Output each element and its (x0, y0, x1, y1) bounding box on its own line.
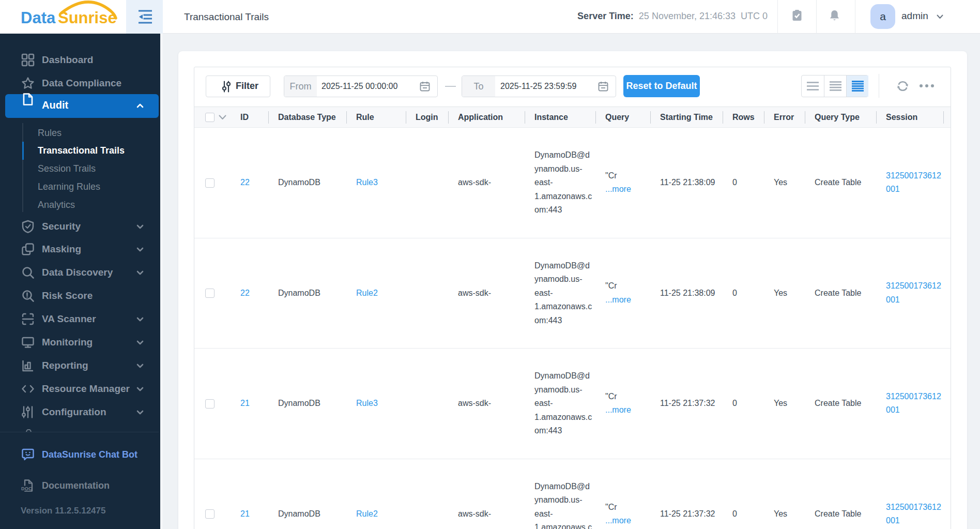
svg-text:DOC: DOC (21, 486, 32, 491)
